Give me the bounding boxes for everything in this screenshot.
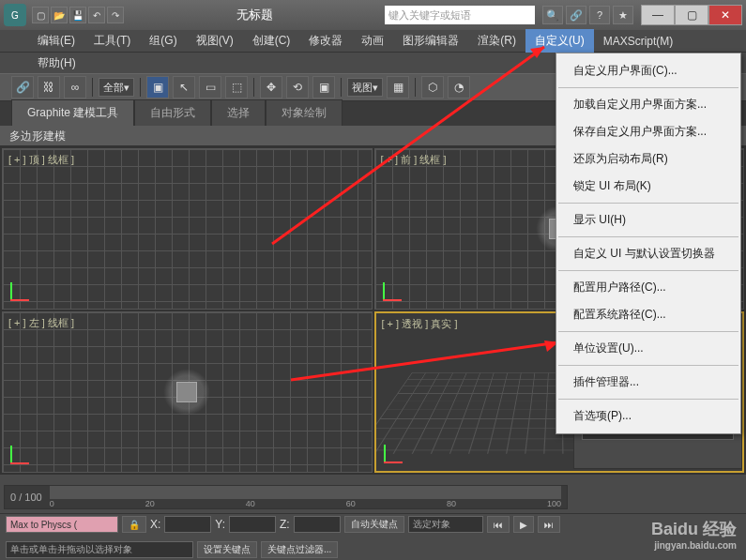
unlink-icon[interactable]: ⛓ <box>38 76 60 98</box>
prompt-line: 单击或单击并拖动以选择对象 <box>6 541 193 558</box>
play-icon[interactable]: ⏮ <box>487 516 510 533</box>
link-icon[interactable]: 🔗 <box>11 76 34 98</box>
script-listener[interactable]: Max to Physcs ( <box>6 516 118 533</box>
menu-plugin-mgr[interactable]: 插件管理器... <box>556 369 740 396</box>
menu-show-ui[interactable]: 显示 UI(H) <box>556 206 740 234</box>
bind-icon[interactable]: ∞ <box>64 76 86 98</box>
y-label: Y: <box>215 518 225 531</box>
menu-customize[interactable]: 自定义(U) <box>525 29 594 53</box>
x-input[interactable] <box>164 516 211 533</box>
menu-modifiers[interactable]: 修改器 <box>299 29 352 53</box>
angle-snap-icon[interactable]: ◔ <box>448 76 470 98</box>
menu-rendering[interactable]: 渲染(R) <box>468 29 525 53</box>
viewcube-icon[interactable] <box>163 369 210 416</box>
tab-graphite[interactable]: Graphite 建模工具 <box>11 99 134 126</box>
menu-custom-ui[interactable]: 自定义用户界面(C)... <box>556 57 740 84</box>
scale-icon[interactable]: ▣ <box>312 76 335 98</box>
menu-create[interactable]: 创建(C) <box>243 29 300 53</box>
z-input[interactable] <box>294 516 341 533</box>
undo-icon[interactable]: ↶ <box>88 7 105 23</box>
watermark: Baidu 经验 jingyan.baidu.com <box>651 518 737 551</box>
lock-icon[interactable]: 🔒 <box>122 516 146 533</box>
menu-user-paths[interactable]: 配置用户路径(C)... <box>556 274 740 301</box>
customize-menu: 自定义用户界面(C)... 加载自定义用户界面方案... 保存自定义用户界面方案… <box>556 53 741 434</box>
key-filters-button[interactable]: 关键点过滤器... <box>261 541 338 558</box>
move-icon[interactable]: ✥ <box>260 76 282 98</box>
play-icon[interactable]: ⏭ <box>538 516 560 533</box>
menu-system-paths[interactable]: 配置系统路径(C)... <box>556 301 740 328</box>
redo-icon[interactable]: ↷ <box>107 7 124 23</box>
menu-units[interactable]: 单位设置(U)... <box>556 335 740 362</box>
cursor-icon[interactable]: ↖ <box>173 76 195 98</box>
axis-gizmo-icon <box>384 435 412 463</box>
set-key-button[interactable]: 设置关键点 <box>197 541 257 558</box>
open-icon[interactable]: 📂 <box>51 7 68 23</box>
tab-freeform[interactable]: 自由形式 <box>134 99 211 126</box>
key-mode-dropdown[interactable]: 选定对象 <box>408 516 483 533</box>
selection-filter[interactable]: 全部 ▾ <box>99 78 134 97</box>
play-icon[interactable]: ▶ <box>513 516 534 533</box>
axis-gizmo-icon <box>10 436 38 464</box>
viewport-label: [ + ] 透视 ] 真实 ] <box>382 317 458 331</box>
x-label: X: <box>150 518 160 531</box>
rotate-icon[interactable]: ⟲ <box>286 76 309 98</box>
menu-group[interactable]: 组(G) <box>140 29 186 53</box>
binoculars-icon[interactable]: 🔍 <box>542 6 563 24</box>
menu-preferences[interactable]: 首选项(P)... <box>556 402 740 430</box>
timeline[interactable]: 0 / 100 0 20 40 60 80 100 <box>4 485 568 509</box>
region-icon[interactable]: ▭ <box>199 76 221 98</box>
menu-edit[interactable]: 编辑(E) <box>28 29 84 53</box>
viewport-top[interactable]: [ + ] 顶 ] 线框 ] <box>2 148 373 310</box>
viewport-label: [ + ] 前 ] 线框 ] <box>381 153 447 167</box>
window-icon[interactable]: ⬚ <box>225 76 248 98</box>
z-label: Z: <box>280 518 290 531</box>
viewport-label: [ + ] 顶 ] 线框 ] <box>8 153 74 167</box>
menu-graph-editors[interactable]: 图形编辑器 <box>393 29 468 53</box>
window-title: 无标题 <box>124 7 385 23</box>
y-input[interactable] <box>229 516 276 533</box>
snap-icon[interactable]: ⬡ <box>421 76 444 98</box>
minimize-button[interactable]: — <box>641 5 675 25</box>
menu-load-scheme[interactable]: 加载自定义用户界面方案... <box>556 91 740 118</box>
save-icon[interactable]: 💾 <box>69 7 86 23</box>
menu-views[interactable]: 视图(V) <box>187 29 243 53</box>
menu-switcher[interactable]: 自定义 UI 与默认设置切换器 <box>556 240 740 267</box>
coord-system[interactable]: 视图 ▾ <box>347 78 383 97</box>
auto-key-button[interactable]: 自动关键点 <box>344 516 404 533</box>
close-button[interactable]: ✕ <box>708 5 742 25</box>
viewport-label: [ + ] 左 ] 线框 ] <box>8 316 74 330</box>
search-input[interactable]: 键入关键字或短语 <box>385 6 535 24</box>
axis-gizmo-icon <box>383 273 411 301</box>
link-icon[interactable]: 🔗 <box>566 6 586 24</box>
menu-maxscript[interactable]: MAXScript(M) <box>594 31 683 52</box>
menu-animation[interactable]: 动画 <box>352 29 393 53</box>
select-icon[interactable]: ▣ <box>146 76 169 98</box>
help-icon[interactable]: ? <box>589 6 610 24</box>
axis-gizmo-icon <box>10 273 38 301</box>
frame-counter: 0 / 100 <box>10 492 42 503</box>
menu-lock-layout[interactable]: 锁定 UI 布局(K) <box>556 173 740 200</box>
tab-selection[interactable]: 选择 <box>211 99 266 126</box>
maximize-button[interactable]: ▢ <box>675 5 708 25</box>
menu-tools[interactable]: 工具(T) <box>84 29 140 53</box>
menu-revert-layout[interactable]: 还原为启动布局(R) <box>556 145 740 173</box>
tab-object-paint[interactable]: 对象绘制 <box>266 99 343 126</box>
menu-save-scheme[interactable]: 保存自定义用户界面方案... <box>556 118 740 145</box>
new-icon[interactable]: ▢ <box>32 7 49 23</box>
pivot-icon[interactable]: ▦ <box>387 76 409 98</box>
favorite-icon[interactable]: ★ <box>613 6 633 24</box>
viewport-left[interactable]: [ + ] 左 ] 线框 ] <box>2 311 373 473</box>
menu-help[interactable]: 帮助(H) <box>28 52 85 75</box>
app-icon: G <box>4 4 26 26</box>
